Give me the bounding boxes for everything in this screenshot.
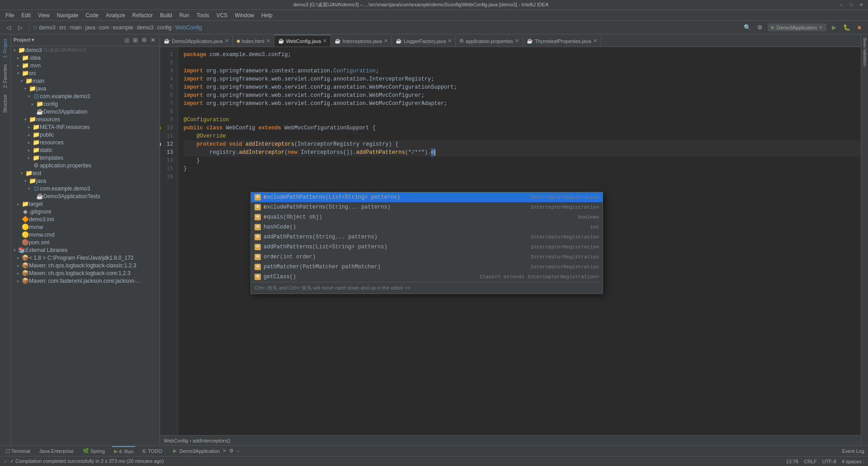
tree-item-mvnw[interactable]: 🟡 mvnw [14, 223, 160, 231]
tab-close-interceptorss[interactable]: ✕ [384, 38, 388, 44]
minimize-button[interactable]: – [838, 2, 844, 8]
breadcrumb-webconfig[interactable]: WebConfig [175, 24, 202, 31]
sidebar-close-button[interactable]: ✕ [149, 36, 157, 44]
tree-item-demo3app[interactable]: ☕ Demo3Application [29, 108, 160, 115]
tab-interceptorss[interactable]: ☕ Interceptorss.java ✕ [331, 35, 392, 47]
tab-close-appprops[interactable]: ✕ [515, 38, 519, 44]
tab-close-index[interactable]: ✕ [266, 38, 270, 44]
tab-close-thymeleaf[interactable]: ✕ [593, 38, 597, 44]
tab-index[interactable]: ◆ index.html ✕ [233, 35, 274, 47]
tree-item-test-package[interactable]: ▾ ⊡ com.example.demo3 [25, 185, 160, 192]
tree-item-jdk[interactable]: ▸ 📦 < 1.8 > C:\Program Files\Java\jdk1.8… [14, 254, 160, 262]
menu-item-analyze[interactable]: Analyze [102, 11, 129, 19]
tree-item-src[interactable]: ▾ 📁 src [14, 69, 160, 77]
run-close-button[interactable]: ✕ [222, 448, 226, 454]
tree-item-logback-core[interactable]: ▸ 📦 Maven: ch.qos.logback:logback-core:1… [14, 269, 160, 277]
sidebar-locate-button[interactable]: ◎ [123, 36, 131, 44]
tree-item-gitignore[interactable]: ◆ .gitignore [14, 208, 160, 215]
tree-item-public[interactable]: ▸ 📁 public [25, 131, 160, 138]
tree-item-config[interactable]: ▸ 📁 config [29, 100, 160, 108]
bottom-tab-terminal[interactable]: ▢ Terminal [4, 446, 32, 456]
event-log-tab[interactable]: Event Log [842, 448, 864, 454]
tree-item-templates[interactable]: ▸ 📁 templates [25, 154, 160, 162]
tree-item-demo3[interactable]: ▾ 📁 demo3 G:\桌面\JAVA\demo3 [11, 46, 160, 54]
cursor-position[interactable]: 13:78 [786, 459, 798, 464]
tab-close-webconfig[interactable]: ✕ [323, 38, 327, 44]
menu-item-code[interactable]: Code [82, 11, 102, 19]
menu-item-vcs[interactable]: VCS [213, 11, 231, 19]
tree-item-metainf[interactable]: ▸ 📁 META-INF.resources [25, 123, 160, 131]
ac-item-0[interactable]: m excludePathPatterns(List<String> patte… [251, 192, 603, 202]
tree-item-mvn[interactable]: ▸ 📁 .mvn [14, 62, 160, 69]
tree-item-mvnw-cmd[interactable]: 🟡 mvnw.cmd [14, 231, 160, 238]
breadcrumb-demo3[interactable]: demo3 [39, 24, 56, 31]
settings-button[interactable]: ⚙ [755, 23, 765, 33]
menu-item-edit[interactable]: Edit [18, 11, 34, 19]
menu-item-tools[interactable]: Tools [193, 11, 213, 19]
tree-item-test-java[interactable]: ▾ 📁 java [22, 177, 160, 185]
left-tab-project[interactable]: 1: Project [2, 36, 9, 61]
menu-item-window[interactable]: Window [231, 11, 258, 19]
menu-item-view[interactable]: View [34, 11, 53, 19]
breadcrumb-src[interactable]: src [59, 24, 66, 31]
menu-item-build[interactable]: Build [156, 11, 176, 19]
tree-item-tests[interactable]: ☕ Demo3ApplicationTests [29, 192, 160, 200]
breadcrumb-com[interactable]: com [99, 24, 109, 31]
ac-item-2[interactable]: m equals(Object obj) boolean [251, 212, 603, 222]
bottom-tab-enterprise[interactable]: Java Enterprise [38, 446, 75, 456]
ac-item-5[interactable]: m addPathPatterns(List<String> patterns)… [251, 242, 603, 252]
run-button[interactable]: ▶ [829, 23, 839, 33]
encoding[interactable]: UTF-8 [822, 459, 836, 464]
tree-item-idea[interactable]: ▸ 📁 .idea [14, 54, 160, 62]
sidebar-settings-button[interactable]: ⚙ [140, 36, 148, 44]
tree-item-resources2[interactable]: ▸ 📁 resources [25, 138, 160, 146]
ac-item-1[interactable]: m excludePathPatterns(String... patterns… [251, 202, 603, 212]
breadcrumb-demo3b[interactable]: demo3 [137, 24, 154, 31]
bottom-tab-run[interactable]: ▶ 4: Run [112, 446, 135, 456]
back-button[interactable]: ◁ [4, 23, 14, 33]
maximize-button[interactable]: □ [848, 2, 854, 8]
tab-loggerfactory[interactable]: ☕ LoggerFactory.java ✕ [392, 35, 456, 47]
menu-item-file[interactable]: File [2, 11, 18, 19]
tab-webconfig[interactable]: ☕ WebConfig.java ✕ [274, 35, 331, 47]
menu-item-navigate[interactable]: Navigate [53, 11, 82, 19]
tree-item-package[interactable]: ▾ ⊡ com.example.demo3 [25, 92, 160, 100]
breadcrumb-config[interactable]: config [157, 24, 171, 31]
ac-item-8[interactable]: m getClass() Class<? extends Interceptor… [251, 272, 603, 282]
menu-item-help[interactable]: Help [258, 11, 276, 19]
tree-item-external-libs[interactable]: ▾ 📚 External Libraries [11, 246, 160, 254]
run-settings-icon[interactable]: ⚙ [229, 448, 234, 454]
tree-item-resources[interactable]: ▾ 📁 resources [22, 115, 160, 123]
debug-button[interactable]: 🐛 [842, 23, 852, 33]
ac-item-4[interactable]: m addPathPatterns(String... patterns) In… [251, 232, 603, 242]
indent-setting[interactable]: 4 spaces : [842, 459, 864, 464]
breadcrumb-example[interactable]: example [113, 24, 133, 31]
ac-item-6[interactable]: m order(int order) InterceptorRegistrati… [251, 252, 603, 262]
tree-item-jackson[interactable]: ▸ 📦 Maven: com.fasterxml.jackson.core:ja… [14, 277, 160, 285]
tab-thymeleaf[interactable]: ☕ ThymeleafProperties.java ✕ [523, 35, 601, 47]
tree-item-iml[interactable]: 🔶 demo3.iml [14, 215, 160, 223]
right-tab-validation[interactable]: Bean Validation [862, 34, 868, 70]
code-editor[interactable]: 1 2 ⚡ 3 4 5 6 7 8 9 ▶ 10 11 ◉ 1 [160, 47, 861, 435]
tab-close-loggerfactory[interactable]: ✕ [448, 38, 452, 44]
menu-item-refactor[interactable]: Refactor [129, 11, 156, 19]
tree-item-java[interactable]: ▾ 📁 java [22, 85, 160, 92]
search-everywhere-button[interactable]: 🔍 [742, 23, 752, 33]
tree-item-test[interactable]: ▾ 📁 test [18, 169, 160, 177]
sidebar-expand-button[interactable]: ⊞ [132, 36, 139, 44]
left-tab-structure[interactable]: Structure [2, 92, 9, 116]
line-ending[interactable]: CRLF [804, 459, 817, 464]
tree-item-appprops[interactable]: ⚙ application.properties [25, 162, 160, 169]
code-content[interactable]: package com.example.demo3.config; import… [178, 47, 861, 435]
tree-item-logback-classic[interactable]: ▸ 📦 Maven: ch.qos.logback:logback-classi… [14, 262, 160, 269]
tab-appprops[interactable]: ⚙ application.properties ✕ [456, 35, 523, 47]
tree-item-target[interactable]: ▸ 📁 target [14, 200, 160, 208]
tree-item-pom[interactable]: 🟤 pom.xml [14, 238, 160, 246]
close-button[interactable]: ✕ [858, 2, 864, 8]
stop-button[interactable]: ■ [854, 23, 864, 33]
bottom-tab-todo[interactable]: 6: TODO [141, 446, 164, 456]
run-hide-icon[interactable]: − [236, 448, 239, 454]
menu-item-run[interactable]: Run [176, 11, 193, 19]
breadcrumb-main[interactable]: main [70, 24, 82, 31]
tree-item-static[interactable]: ▸ 📁 static [25, 146, 160, 154]
